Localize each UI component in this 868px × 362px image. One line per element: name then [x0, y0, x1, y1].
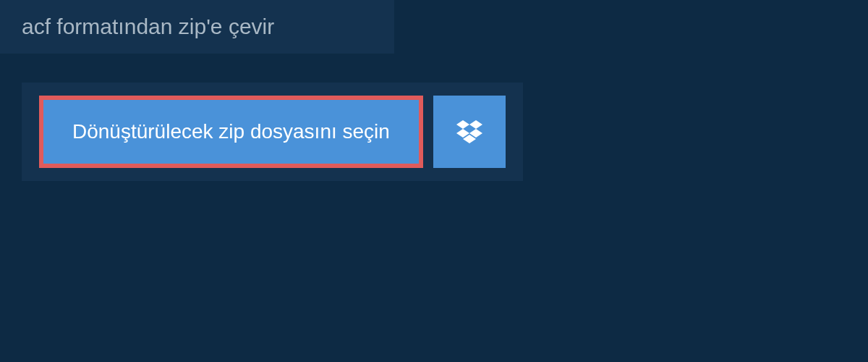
select-file-label: Dönüştürülecek zip dosyasını seçin: [72, 120, 390, 143]
select-file-button[interactable]: Dönüştürülecek zip dosyasını seçin: [39, 96, 423, 168]
dropbox-icon: [456, 120, 482, 143]
button-panel: Dönüştürülecek zip dosyasını seçin: [22, 83, 523, 181]
dropbox-button[interactable]: [433, 96, 506, 168]
header-bar: acf formatından zip'e çevir: [0, 0, 394, 54]
page-title: acf formatından zip'e çevir: [22, 14, 373, 39]
